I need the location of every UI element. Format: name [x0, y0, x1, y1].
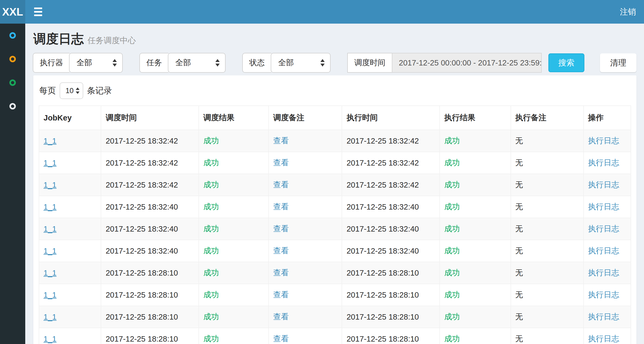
dispatch-remark-link[interactable]: 查看 — [273, 334, 289, 343]
exec-log-link[interactable]: 执行日志 — [588, 136, 619, 145]
sidebar-item-nav-3[interactable] — [0, 71, 25, 94]
exec-result-cell: 成功 — [444, 334, 460, 343]
exec-log-link[interactable]: 执行日志 — [588, 224, 619, 233]
exec-time-cell: 2017-12-25 18:32:42 — [346, 137, 419, 145]
table-row: 1_12017-12-25 18:28:10成功查看2017-12-25 18:… — [39, 328, 631, 344]
exec-remark-cell: 无 — [515, 202, 523, 211]
page-header: 调度日志任务调度中心 — [25, 24, 644, 52]
col-header-dispatch-time: 调度时间 — [101, 106, 199, 130]
jobkey-link[interactable]: 1_1 — [44, 313, 56, 321]
executor-filter-select[interactable]: 全部 — [69, 53, 123, 73]
dispatch-result-cell: 成功 — [203, 224, 219, 233]
exec-time-cell: 2017-12-25 18:28:10 — [346, 291, 419, 299]
dispatch-result-cell: 成功 — [203, 158, 219, 167]
dispatch-time-cell: 2017-12-25 18:32:42 — [106, 137, 178, 145]
dispatch-remark-link[interactable]: 查看 — [273, 136, 289, 145]
select-caret-icon — [320, 59, 325, 67]
filter-bar: 执行器 全部 任务 全部 状态 全部 调度时间 2017-12-25 00:00… — [25, 52, 644, 73]
jobkey-link[interactable]: 1_1 — [44, 291, 56, 299]
executor-filter-label: 执行器 — [33, 53, 70, 73]
exec-result-cell: 成功 — [444, 312, 460, 321]
dispatch-remark-link[interactable]: 查看 — [273, 268, 289, 277]
clear-button[interactable]: 清理 — [600, 53, 636, 72]
exec-result-cell: 成功 — [444, 158, 460, 167]
content-area: 调度日志任务调度中心 执行器 全部 任务 全部 状态 全部 调度时间 — [25, 0, 644, 344]
table-row: 1_12017-12-25 18:32:40成功查看2017-12-25 18:… — [39, 218, 631, 240]
jobkey-link[interactable]: 1_1 — [44, 247, 56, 255]
exec-remark-cell: 无 — [515, 158, 523, 167]
exec-result-cell: 成功 — [444, 202, 460, 211]
status-filter-value: 全部 — [278, 57, 294, 68]
dispatch-result-cell: 成功 — [203, 334, 219, 343]
status-filter-select[interactable]: 全部 — [271, 53, 331, 73]
dispatch-remark-link[interactable]: 查看 — [273, 246, 289, 255]
exec-time-cell: 2017-12-25 18:28:10 — [346, 269, 419, 277]
jobkey-link[interactable]: 1_1 — [44, 335, 56, 343]
dispatch-time-range-input[interactable]: 2017-12-25 00:00:00 - 2017-12-25 23:59:5… — [392, 53, 542, 73]
dispatch-remark-link[interactable]: 查看 — [273, 290, 289, 299]
dispatch-time-cell: 2017-12-25 18:32:42 — [106, 159, 178, 167]
col-header-jobkey: JobKey — [39, 106, 101, 130]
dispatch-time-cell: 2017-12-25 18:32:40 — [106, 225, 178, 233]
dispatch-result-cell: 成功 — [203, 268, 219, 277]
dispatch-remark-link[interactable]: 查看 — [273, 312, 289, 321]
exec-time-cell: 2017-12-25 18:32:40 — [346, 225, 419, 233]
table-row: 1_12017-12-25 18:28:10成功查看2017-12-25 18:… — [39, 306, 631, 328]
exec-log-link[interactable]: 执行日志 — [588, 334, 619, 343]
table-row: 1_12017-12-25 18:32:42成功查看2017-12-25 18:… — [39, 152, 631, 174]
exec-log-link[interactable]: 执行日志 — [588, 158, 619, 167]
exec-time-cell: 2017-12-25 18:28:10 — [346, 335, 419, 343]
dispatch-result-cell: 成功 — [203, 246, 219, 255]
executor-filter-value: 全部 — [77, 57, 92, 68]
jobkey-link[interactable]: 1_1 — [44, 181, 56, 189]
jobkey-link[interactable]: 1_1 — [44, 269, 56, 277]
exec-time-cell: 2017-12-25 18:32:40 — [346, 247, 419, 255]
top-navbar: XXL 注销 — [0, 0, 644, 24]
exec-log-link[interactable]: 执行日志 — [588, 312, 619, 321]
dispatch-time-cell: 2017-12-25 18:28:10 — [106, 269, 178, 277]
page-subtitle: 任务调度中心 — [88, 36, 136, 45]
exec-result-cell: 成功 — [444, 290, 460, 299]
exec-remark-cell: 无 — [515, 334, 523, 343]
dispatch-remark-link[interactable]: 查看 — [273, 158, 289, 167]
status-filter-group: 状态 全部 — [242, 53, 331, 73]
job-filter-group: 任务 全部 — [139, 53, 226, 73]
sidebar-item-nav-2[interactable] — [0, 47, 25, 71]
exec-log-link[interactable]: 执行日志 — [588, 180, 619, 189]
exec-result-cell: 成功 — [444, 268, 460, 277]
jobkey-link[interactable]: 1_1 — [44, 225, 56, 233]
executor-filter-group: 执行器 全部 — [33, 53, 123, 73]
table-header-row: JobKey 调度时间 调度结果 调度备注 执行时间 执行结果 执行备注 操作 — [39, 106, 631, 130]
job-filter-value: 全部 — [175, 57, 191, 68]
sidebar-toggle-button[interactable] — [25, 0, 51, 24]
page-size-select[interactable]: 10 — [60, 82, 83, 99]
exec-log-link[interactable]: 执行日志 — [588, 290, 619, 299]
sidebar-item-nav-1[interactable] — [0, 24, 25, 47]
logout-link[interactable]: 注销 — [612, 0, 644, 24]
dispatch-result-cell: 成功 — [203, 136, 219, 145]
job-filter-select[interactable]: 全部 — [168, 53, 226, 73]
jobkey-link[interactable]: 1_1 — [44, 203, 56, 211]
exec-log-link[interactable]: 执行日志 — [588, 268, 619, 277]
exec-remark-cell: 无 — [515, 246, 523, 255]
exec-log-link[interactable]: 执行日志 — [588, 202, 619, 211]
exec-time-cell: 2017-12-25 18:32:42 — [346, 159, 419, 167]
app-logo[interactable]: XXL — [0, 0, 25, 24]
sidebar-item-nav-4[interactable] — [0, 94, 25, 118]
dispatch-remark-link[interactable]: 查看 — [273, 224, 289, 233]
table-row: 1_12017-12-25 18:32:40成功查看2017-12-25 18:… — [39, 196, 631, 218]
table-row: 1_12017-12-25 18:28:10成功查看2017-12-25 18:… — [39, 284, 631, 306]
dispatch-remark-link[interactable]: 查看 — [273, 202, 289, 211]
jobkey-link[interactable]: 1_1 — [44, 137, 56, 145]
exec-result-cell: 成功 — [444, 180, 460, 189]
exec-time-cell: 2017-12-25 18:28:10 — [346, 313, 419, 321]
col-header-dispatch-result: 调度结果 — [199, 106, 269, 130]
search-button[interactable]: 搜索 — [548, 53, 584, 72]
dispatch-result-cell: 成功 — [203, 312, 219, 321]
dispatch-time-cell: 2017-12-25 18:28:10 — [106, 291, 178, 299]
exec-log-link[interactable]: 执行日志 — [588, 246, 619, 255]
dispatch-remark-link[interactable]: 查看 — [273, 180, 289, 189]
dispatch-result-cell: 成功 — [203, 290, 219, 299]
dispatch-log-table: JobKey 调度时间 调度结果 调度备注 执行时间 执行结果 执行备注 操作 … — [39, 105, 631, 344]
jobkey-link[interactable]: 1_1 — [44, 159, 56, 167]
